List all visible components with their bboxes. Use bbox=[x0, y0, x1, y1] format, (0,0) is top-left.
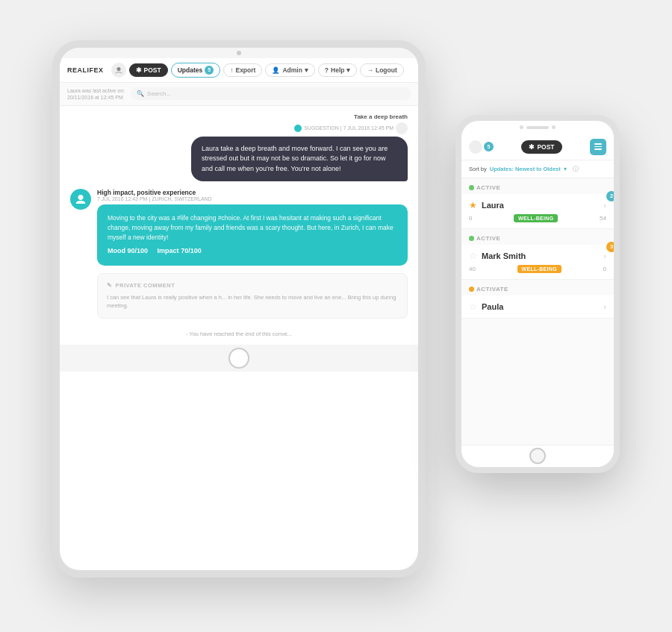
paula-left: ☆ Paula bbox=[469, 301, 503, 312]
phone-badge: 5 bbox=[484, 142, 494, 151]
phone-sort-bar[interactable]: Sort by Updates: Newest to Oldest ▾ ⓘ bbox=[461, 160, 614, 178]
laura-chevron: › bbox=[603, 201, 606, 210]
marksmith-chevron: › bbox=[603, 251, 606, 260]
tablet-bottom-bar bbox=[60, 345, 418, 372]
laura-tag: WELL-BEING bbox=[514, 214, 558, 222]
laura-row-top: ★ Laura › bbox=[469, 200, 606, 210]
post-content: Moving to the city was a #life changing … bbox=[108, 213, 397, 242]
laura-count: 0 bbox=[469, 215, 472, 222]
private-comment-box: ✎ PRIVATE COMMENT I can see that Laura i… bbox=[97, 273, 408, 319]
export-button[interactable]: ↑ Export bbox=[223, 63, 262, 77]
post-card: Moving to the city was a #life changing … bbox=[97, 204, 408, 266]
marksmith-count: 40 bbox=[469, 266, 476, 272]
private-comment-text: I can see that Laura is really positive … bbox=[107, 293, 398, 310]
marksmith-left: ☆ Mark Smith bbox=[469, 251, 526, 261]
private-comment-header: ✎ PRIVATE COMMENT bbox=[107, 281, 398, 290]
phone-top-bar bbox=[461, 121, 614, 134]
admin-button[interactable]: 👤 Admin ▾ bbox=[265, 63, 314, 77]
marksmith-count2: 0 bbox=[603, 266, 606, 272]
active-dot-1 bbox=[469, 185, 474, 190]
laura-count2: 54 bbox=[600, 215, 606, 222]
last-active-text: Laura was last active on: 20/11/2016 at … bbox=[67, 87, 125, 101]
active-dot-2 bbox=[469, 236, 474, 241]
phone-camera-2 bbox=[552, 125, 556, 129]
private-comment-container: ✎ PRIVATE COMMENT I can see that Laura i… bbox=[97, 273, 408, 319]
search-box[interactable]: 🔍 Search... bbox=[131, 87, 411, 100]
activate-dot bbox=[469, 287, 474, 292]
section-label-active-2: ACTIVE bbox=[461, 229, 614, 245]
phone-navbar: 5 ✱ POST bbox=[461, 134, 614, 160]
marksmith-badge: 3 bbox=[606, 242, 614, 252]
laura-row-wrapper: 2 ★ Laura › 0 WELL-BEING 54 bbox=[461, 194, 614, 229]
end-note: - You have reached the end of this conve… bbox=[70, 331, 408, 337]
help-button[interactable]: ? Help ▾ bbox=[318, 63, 358, 77]
tablet-user-icon bbox=[111, 63, 126, 78]
search-icon: 🔍 bbox=[137, 90, 144, 97]
post-stats: Mood 90/100 Impact 70/100 bbox=[108, 246, 397, 257]
logout-button[interactable]: → Logout bbox=[360, 63, 403, 77]
tablet-chat-area: Take a deep breath SUGGESTION | 7 JUL 20… bbox=[60, 106, 418, 345]
phone-camera bbox=[520, 125, 523, 129]
laura-row[interactable]: ★ Laura › 0 WELL-BEING 54 bbox=[461, 194, 614, 229]
phone-post-button[interactable]: ✱ POST bbox=[521, 140, 561, 154]
marksmith-name: Mark Smith bbox=[482, 251, 526, 260]
phone-speaker bbox=[526, 126, 549, 129]
laura-name: Laura bbox=[482, 201, 504, 210]
paula-name: Paula bbox=[482, 302, 503, 311]
tablet: REALIFEX ✱ POST Updates 5 ↑ Export 👤 bbox=[52, 40, 426, 578]
marksmith-row-top: ☆ Mark Smith › bbox=[469, 251, 606, 261]
tablet-logo: REALIFEX bbox=[67, 66, 104, 74]
marksmith-badge-row: 40 WELL-BEING 0 bbox=[469, 265, 606, 273]
phone: 5 ✱ POST Sort by Updates: Newest to Olde… bbox=[455, 115, 620, 473]
scene: REALIFEX ✱ POST Updates 5 ↑ Export 👤 bbox=[37, 25, 635, 607]
suggestion-message: Laura take a deep breath and move forwar… bbox=[191, 137, 408, 182]
updates-button[interactable]: Updates 5 bbox=[171, 63, 221, 78]
post-info: High impact, positive experience 7 JUL 2… bbox=[97, 189, 408, 266]
svg-point-0 bbox=[116, 67, 120, 71]
section-label-active-1: ACTIVE bbox=[461, 178, 614, 194]
phone-home-button[interactable] bbox=[529, 448, 546, 464]
tablet-camera bbox=[237, 51, 241, 55]
marksmith-star: ☆ bbox=[469, 251, 477, 261]
section-label-activate: ACTIVATE bbox=[461, 280, 614, 295]
paula-row[interactable]: ☆ Paula › bbox=[461, 295, 614, 319]
post-meta: 7 JUL 2016 12:43 PM | ZURICH, SWITZERLAN… bbox=[97, 196, 408, 201]
phone-content: ACTIVE 2 ★ Laura › 0 bbox=[461, 178, 614, 445]
paula-row-top: ☆ Paula › bbox=[469, 301, 606, 312]
marksmith-row[interactable]: ☆ Mark Smith › 40 WELL-BEING 0 bbox=[461, 245, 614, 280]
tablet-subbar: Laura was last active on: 20/11/2016 at … bbox=[60, 83, 418, 106]
updates-badge: 5 bbox=[205, 66, 214, 75]
marksmith-tag: WELL-BEING bbox=[517, 265, 561, 273]
post-avatar bbox=[70, 189, 91, 210]
sort-info-icon: ⓘ bbox=[573, 165, 579, 173]
laura-badge-row: 0 WELL-BEING 54 bbox=[469, 214, 606, 222]
post-button[interactable]: ✱ POST bbox=[129, 63, 168, 77]
phone-avatar bbox=[469, 140, 482, 154]
post-title: High impact, positive experience bbox=[97, 189, 408, 196]
paula-chevron: › bbox=[603, 302, 606, 311]
tablet-navbar: REALIFEX ✱ POST Updates 5 ↑ Export 👤 bbox=[60, 58, 418, 83]
paula-star: ☆ bbox=[469, 301, 477, 312]
post-item: High impact, positive experience 7 JUL 2… bbox=[70, 189, 408, 266]
laura-star: ★ bbox=[469, 200, 477, 210]
suggestion-bubble: Take a deep breath SUGGESTION | 7 JUL 20… bbox=[191, 113, 408, 182]
laura-badge: 2 bbox=[606, 191, 614, 201]
suggestion-meta: SUGGESTION | 7 JUL 2016 12:45 PM bbox=[294, 122, 408, 134]
tablet-home-button[interactable] bbox=[228, 348, 249, 369]
phone-bottom-bar bbox=[461, 445, 614, 467]
laura-left: ★ Laura bbox=[469, 200, 504, 210]
marksmith-row-wrapper: 3 ☆ Mark Smith › 40 WELL-BEING 0 bbox=[461, 245, 614, 280]
suggestion-label: Take a deep breath bbox=[354, 113, 408, 120]
phone-user-group: 5 bbox=[469, 140, 494, 154]
phone-menu-button[interactable] bbox=[590, 139, 606, 155]
search-placeholder: Search... bbox=[147, 90, 171, 97]
